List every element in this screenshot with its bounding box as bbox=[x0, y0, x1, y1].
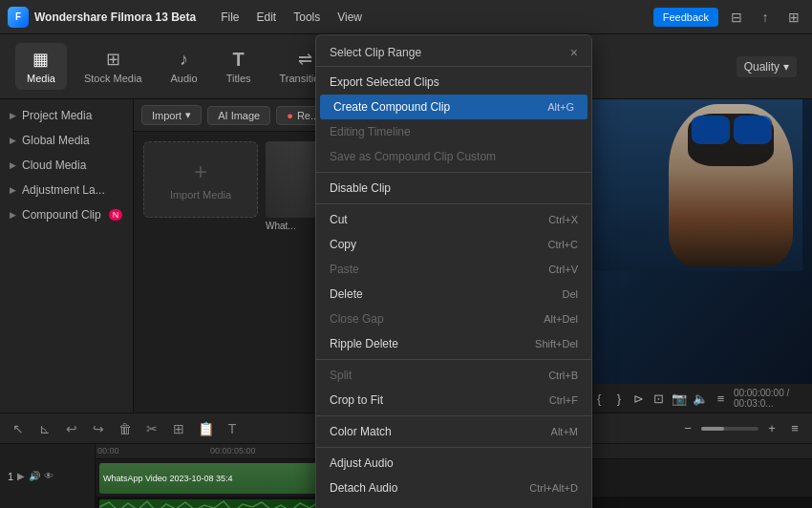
monitor-icon[interactable]: ⊟ bbox=[726, 7, 747, 28]
tab-media[interactable]: ▦ Media bbox=[15, 43, 67, 90]
right-brace-icon[interactable]: } bbox=[612, 389, 627, 408]
app-title: Wondershare Filmora 13 Beta bbox=[34, 11, 196, 24]
ctx-adjust-audio[interactable]: Adjust Audio bbox=[316, 451, 591, 476]
time-0: 00:00 bbox=[97, 446, 119, 455]
left-brace-icon[interactable]: { bbox=[592, 389, 607, 408]
ctx-create-compound[interactable]: Create Compound Clip Alt+G bbox=[320, 95, 588, 119]
topbar: F Wondershare Filmora 13 Beta File Edit … bbox=[0, 0, 812, 34]
media-icon: ▦ bbox=[30, 49, 53, 70]
text-tool[interactable]: T bbox=[222, 418, 243, 439]
menu-edit[interactable]: Edit bbox=[249, 7, 285, 28]
cloud-icon[interactable]: ↑ bbox=[755, 7, 776, 28]
menu-view[interactable]: View bbox=[330, 7, 370, 28]
time-5: 00:00:05:00 bbox=[210, 446, 256, 455]
tab-stock-media[interactable]: ⊞ Stock Media bbox=[73, 43, 154, 90]
track-headers: 1 ▶ 🔊 👁 bbox=[0, 444, 96, 508]
context-menu-close[interactable]: × bbox=[570, 45, 578, 60]
chevron-icon: ▶ bbox=[10, 136, 16, 145]
ctx-cut[interactable]: Cut Ctrl+X bbox=[316, 207, 591, 232]
ctx-sep-2 bbox=[316, 203, 591, 204]
ai-image-button[interactable]: AI Image bbox=[207, 106, 270, 125]
ctx-split: Split Ctrl+B bbox=[316, 363, 591, 388]
sidebar-item-global-media[interactable]: ▶ Global Media bbox=[0, 128, 133, 153]
chevron-icon: ▶ bbox=[10, 160, 16, 170]
ctx-crop-to-fit[interactable]: Crop to Fit Ctrl+F bbox=[316, 388, 591, 413]
logo-icon: F bbox=[8, 7, 29, 28]
chevron-icon: ▶ bbox=[10, 185, 16, 195]
video-track-icon: ▶ bbox=[17, 471, 25, 481]
ctx-close-gap: Close Gap Alt+Del bbox=[316, 307, 591, 331]
ctx-paste: Paste Ctrl+V bbox=[316, 257, 591, 282]
preview-time: 00:00:00:00 / 00:03:0... bbox=[734, 388, 806, 409]
tab-titles[interactable]: T Titles bbox=[215, 43, 263, 90]
ctx-mute[interactable]: Mute Ctrl+Shift+M bbox=[316, 500, 591, 508]
import-media-placeholder[interactable]: + Import Media bbox=[143, 141, 258, 218]
feedback-button[interactable]: Feedback bbox=[653, 8, 718, 27]
redo-tool[interactable]: ↪ bbox=[88, 418, 109, 439]
more-icon[interactable]: ≡ bbox=[785, 419, 804, 438]
transitions-icon: ⇌ bbox=[293, 49, 316, 70]
zoom-out-icon[interactable]: − bbox=[678, 419, 697, 438]
stock-icon: ⊞ bbox=[101, 49, 124, 70]
import-button[interactable]: Import ▾ bbox=[141, 105, 202, 125]
menu-tools[interactable]: Tools bbox=[286, 7, 328, 28]
context-menu: Select Clip Range × Export Selected Clip… bbox=[315, 34, 592, 508]
ctx-copy[interactable]: Copy Ctrl+C bbox=[316, 232, 591, 257]
eye-icon[interactable]: 👁 bbox=[44, 471, 53, 481]
zoom-slider[interactable] bbox=[701, 427, 759, 431]
context-menu-header: Select Clip Range × bbox=[316, 39, 591, 67]
ctx-color-match[interactable]: Color Match Alt+M bbox=[316, 419, 591, 444]
track-header-1: 1 ▶ 🔊 👁 bbox=[8, 471, 87, 482]
rec-icon: ● bbox=[287, 110, 293, 121]
logo-area: F Wondershare Filmora 13 Beta bbox=[8, 7, 196, 28]
audio-icon[interactable]: 🔊 bbox=[29, 471, 40, 481]
undo-tool[interactable]: ↩ bbox=[61, 418, 82, 439]
copy-tool[interactable]: ⊞ bbox=[168, 418, 189, 439]
ctx-sep-3 bbox=[316, 359, 591, 360]
menu-bar: File Edit Tools View bbox=[213, 7, 370, 28]
ctx-sep-4 bbox=[316, 415, 591, 416]
ctx-sep-1 bbox=[316, 172, 591, 173]
mark-icon[interactable]: ⊳ bbox=[631, 389, 646, 408]
titles-icon: T bbox=[227, 49, 250, 70]
ctx-editing-timeline: Editing Timeline bbox=[316, 119, 591, 144]
ctx-export-selected[interactable]: Export Selected Clips bbox=[316, 70, 591, 95]
sidebar-item-cloud-media[interactable]: ▶ Cloud Media bbox=[0, 153, 133, 178]
ctx-sep-5 bbox=[316, 447, 591, 448]
settings-icon[interactable]: ≡ bbox=[714, 389, 728, 408]
cut-tool[interactable]: ✂ bbox=[141, 418, 162, 439]
track-number: 1 bbox=[8, 471, 13, 482]
ctx-save-compound-custom: Save as Compound Clip Custom bbox=[316, 144, 591, 169]
snap-tool[interactable]: ⊾ bbox=[34, 418, 55, 439]
menu-file[interactable]: File bbox=[213, 7, 246, 28]
snapshot-icon[interactable]: 📷 bbox=[672, 389, 687, 408]
tab-audio[interactable]: ♪ Audio bbox=[160, 43, 209, 90]
plus-icon: + bbox=[194, 159, 207, 185]
audio-icon: ♪ bbox=[173, 49, 196, 70]
topbar-right: Feedback ⊟ ↑ ⊞ bbox=[653, 7, 804, 28]
sidebar-item-compound-clip[interactable]: ▶ Compound Clip N bbox=[0, 202, 133, 227]
chevron-icon: ▶ bbox=[10, 210, 16, 220]
timeline-right: − + ≡ bbox=[678, 419, 804, 438]
paste-tool[interactable]: 📋 bbox=[195, 418, 216, 439]
zoom-in-icon[interactable]: + bbox=[762, 419, 781, 438]
grid-icon[interactable]: ⊞ bbox=[783, 7, 804, 28]
delete-tool[interactable]: 🗑 bbox=[115, 418, 136, 439]
sidebar-item-project-media[interactable]: ▶ Project Media bbox=[0, 103, 133, 128]
new-badge: N bbox=[109, 209, 123, 221]
ctx-delete[interactable]: Delete Del bbox=[316, 282, 591, 307]
ctx-disable-clip[interactable]: Disable Clip bbox=[316, 176, 591, 201]
quality-selector[interactable]: Quality ▾ bbox=[737, 56, 797, 77]
sidebar: ▶ Project Media ▶ Global Media ▶ Cloud M… bbox=[0, 99, 134, 413]
audio-ctrl-icon[interactable]: 🔈 bbox=[693, 389, 708, 408]
sidebar-item-adjustment-la[interactable]: ▶ Adjustment La... bbox=[0, 178, 133, 202]
ctx-ripple-delete[interactable]: Ripple Delete Shift+Del bbox=[316, 331, 591, 356]
select-tool[interactable]: ↖ bbox=[8, 418, 29, 439]
pip-icon[interactable]: ⊡ bbox=[652, 389, 666, 408]
dropdown-icon: ▾ bbox=[185, 109, 191, 121]
chevron-down-icon: ▾ bbox=[783, 60, 789, 74]
ctx-detach-audio[interactable]: Detach Audio Ctrl+Alt+D bbox=[316, 476, 591, 500]
chevron-icon: ▶ bbox=[10, 111, 16, 120]
